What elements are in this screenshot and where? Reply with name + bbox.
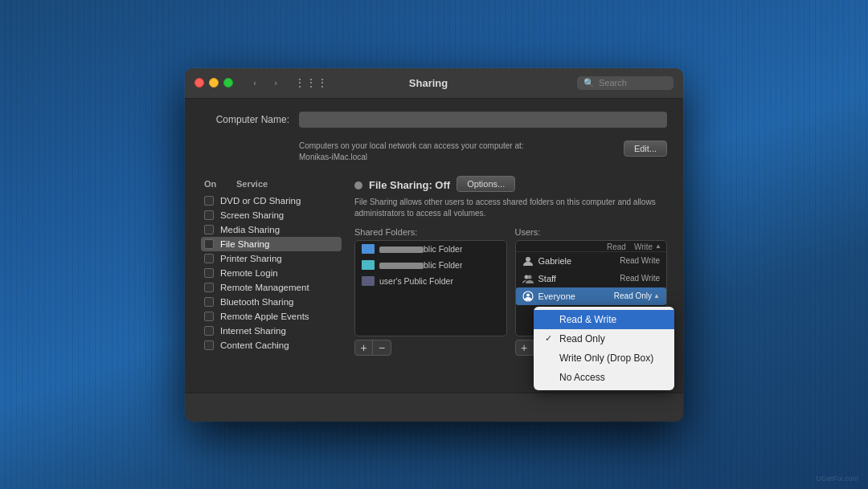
window-title: Sharing [286,77,571,89]
user-icon [522,255,534,267]
close-button[interactable] [194,78,204,88]
sidebar-item-media[interactable]: Media Sharing [201,222,342,237]
user-item-gabriele[interactable]: Gabriele Read Write [516,252,667,270]
sidebar-items: DVD or CD Sharing Screen Sharing Media S… [201,194,342,352]
dvd-checkbox[interactable] [204,196,214,206]
bottom-bar [185,393,683,422]
folder-item-1[interactable]: blic Folder [355,241,506,257]
permission-dropdown: Read & Write ✓ Read Only Write Only (Dro… [534,307,674,390]
search-icon: 🔍 [583,78,595,88]
dropdown-item-read-write[interactable]: Read & Write [534,310,674,329]
folder-item-3[interactable]: user's Public Folder [355,273,506,289]
file-sharing-title: File Sharing: Off [369,179,450,191]
sidebar-item-printer[interactable]: Printer Sharing [201,251,342,266]
sidebar-item-label: Bluetooth Sharing [220,297,293,307]
search-box[interactable]: 🔍 Search [577,76,674,90]
folders-users: Shared Folders: blic Folder blic Folder [354,227,667,356]
sidebar-item-label: Content Caching [220,340,289,350]
sidebar-item-screen[interactable]: Screen Sharing [201,208,342,222]
user-name: Staff [538,274,556,283]
remote-mgmt-checkbox[interactable] [204,283,214,292]
sidebar-item-label: Internet Sharing [220,326,286,336]
checkmark-icon: ✓ [545,333,555,344]
dropdown-item-read-only[interactable]: ✓ Read Only [534,329,674,348]
screen-checkbox[interactable] [204,210,214,220]
sidebar-item-dvd[interactable]: DVD or CD Sharing [201,194,342,208]
svg-point-0 [526,257,530,262]
user-permission: Read Write [620,256,660,265]
user-item-staff[interactable]: Staff Read Write [516,270,667,287]
computer-name-input[interactable] [299,112,667,128]
remote-login-checkbox[interactable] [204,268,214,278]
shared-folders-section: Shared Folders: blic Folder blic Folder [354,227,507,356]
sidebar-on-header: On [204,179,220,189]
user-name: Gabriele [538,256,572,266]
media-checkbox[interactable] [204,225,214,234]
back-button[interactable]: ‹ [246,75,264,91]
apple-events-checkbox[interactable] [204,312,214,321]
main-window: ‹ › ⋮⋮⋮ Sharing 🔍 Search Computer Name: … [185,68,683,422]
options-button[interactable]: Options... [457,176,515,192]
file-sharing-desc: File Sharing allows other users to acces… [354,197,667,219]
sidebar-item-label: Printer Sharing [220,254,282,263]
minimize-button[interactable] [209,78,219,88]
file-sharing-header: File Sharing: Off Options... [354,179,667,192]
right-panel: File Sharing: Off Options... File Sharin… [342,179,667,380]
sidebar-item-content[interactable]: Content Caching [201,338,342,352]
user-item-everyone[interactable]: Everyone Read Only ▲ Read & Write [516,287,667,305]
sidebar-item-remote-mgmt[interactable]: Remote Management [201,280,342,295]
sidebar-item-apple-events[interactable]: Remote Apple Events [201,309,342,324]
svg-point-4 [526,293,530,296]
users-section: Users: Read Write ▲ [515,227,668,356]
dropdown-item-write-only[interactable]: Write Only (Drop Box) [534,348,674,368]
folder-remove-button[interactable]: − [373,340,391,355]
folder-plus-minus: + − [354,340,391,356]
blurred-name [379,263,424,269]
blurred-name [379,247,424,253]
user-permission[interactable]: Read Only ▲ [614,291,660,300]
sidebar-service-header: Service [236,179,268,189]
user-add-button[interactable]: + [516,340,534,355]
svg-point-2 [527,275,531,279]
computer-name-label: Computer Name: [201,114,289,125]
main-layout: On Service DVD or CD Sharing Screen Shar… [201,179,667,380]
sidebar: On Service DVD or CD Sharing Screen Shar… [201,179,342,380]
folder-icon [362,260,375,270]
computer-name-sub: Computers on your local network can acce… [299,141,667,163]
user-list: Read Write ▲ Gabriele [515,240,668,336]
dropdown-item-no-access[interactable]: No Access [534,368,674,387]
forward-button[interactable]: › [267,75,285,91]
permission-header-row: Read Write ▲ [516,241,667,252]
sidebar-item-label: Media Sharing [220,225,280,234]
sidebar-item-internet[interactable]: Internet Sharing [201,324,342,338]
search-placeholder: Search [599,78,627,88]
users-label: Users: [515,227,668,237]
sidebar-header: On Service [201,179,342,189]
sidebar-item-file[interactable]: File Sharing [201,237,342,251]
user-name: Everyone [538,291,575,301]
sidebar-item-label: Remote Login [220,268,278,278]
maximize-button[interactable] [223,78,233,88]
everyone-icon [522,291,534,302]
sidebar-item-bluetooth[interactable]: Bluetooth Sharing [201,295,342,309]
shared-folders-label: Shared Folders: [354,227,507,237]
user-permission: Read Write [620,274,660,283]
edit-button[interactable]: Edit... [624,141,667,157]
folder-list: blic Folder blic Folder user's Public Fo… [354,240,507,336]
sidebar-item-remote-login[interactable]: Remote Login [201,266,342,280]
sidebar-item-label: File Sharing [220,239,269,249]
content-checkbox[interactable] [204,340,214,350]
printer-checkbox[interactable] [204,254,214,263]
bluetooth-checkbox[interactable] [204,297,214,307]
folder-icon [362,244,375,254]
content-area: Computer Name: Computers on your local n… [185,99,683,393]
folder-item-2[interactable]: blic Folder [355,257,506,273]
internet-checkbox[interactable] [204,326,214,336]
folder-add-button[interactable]: + [355,340,373,355]
traffic-lights [194,78,233,88]
file-checkbox[interactable] [204,239,214,249]
watermark: UGetFix.com [816,475,858,483]
perm-dropdown-arrow-icon[interactable]: ▲ [655,242,661,251]
folder-controls: + − [354,340,507,356]
titlebar: ‹ › ⋮⋮⋮ Sharing 🔍 Search [185,68,683,99]
